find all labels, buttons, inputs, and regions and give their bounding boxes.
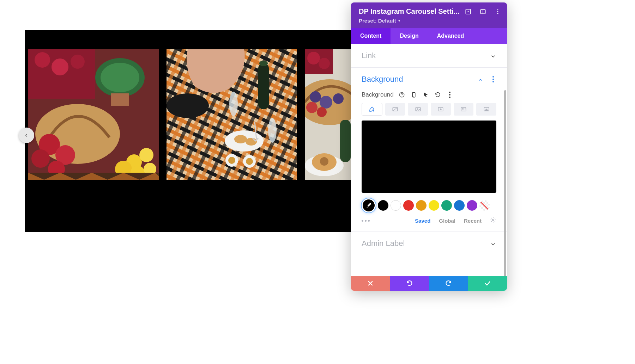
expand-icon[interactable] (465, 8, 472, 15)
svg-point-28 (268, 118, 277, 143)
svg-point-26 (259, 61, 268, 66)
svg-point-2 (35, 52, 50, 68)
color-swatch[interactable] (441, 200, 452, 211)
palette-tab-saved[interactable]: Saved (415, 218, 430, 224)
tab-advanced[interactable]: Advanced (428, 28, 473, 44)
background-type-tabs (362, 103, 496, 116)
svg-point-58 (401, 96, 402, 97)
no-color-swatch[interactable] (479, 200, 490, 211)
background-field-label: Background (362, 91, 394, 98)
settings-panel: DP Instagram Carousel Setti... Preset: D… (351, 2, 507, 291)
tab-content[interactable]: Content (351, 28, 391, 44)
reset-icon[interactable] (434, 91, 442, 99)
color-swatch[interactable] (391, 200, 401, 211)
svg-point-4 (71, 55, 85, 69)
svg-point-42 (320, 96, 332, 109)
section-background[interactable]: Background (351, 68, 507, 91)
svg-point-55 (497, 11, 498, 12)
svg-point-74 (492, 219, 494, 221)
bg-type-mask[interactable] (476, 103, 496, 116)
carousel-slide[interactable] (28, 49, 159, 180)
section-more-icon[interactable] (490, 76, 496, 82)
section-admin-label-label: Admin Label (362, 239, 405, 248)
cancel-button[interactable] (351, 276, 390, 291)
svg-point-43 (333, 93, 344, 104)
color-swatch[interactable] (429, 200, 439, 211)
chevron-up-icon (477, 76, 484, 82)
svg-point-14 (139, 148, 153, 162)
palette-tab-global[interactable]: Global (439, 218, 455, 224)
help-icon[interactable] (398, 91, 406, 99)
svg-point-45 (317, 107, 327, 117)
bg-type-gradient[interactable] (385, 103, 405, 116)
background-label-row: Background (362, 91, 496, 99)
color-swatch[interactable] (378, 200, 388, 211)
color-swatch[interactable] (454, 200, 465, 211)
svg-point-41 (310, 91, 321, 103)
panel-header: DP Instagram Carousel Setti... Preset: D… (351, 2, 507, 28)
carousel-prev-button[interactable] (19, 128, 34, 143)
svg-point-60 (413, 96, 414, 97)
carousel-slides (28, 49, 351, 180)
responsive-icon[interactable] (410, 91, 418, 99)
bg-type-video[interactable] (431, 103, 451, 116)
svg-point-44 (306, 102, 318, 113)
preset-line[interactable]: Preset: Default ▼ (359, 18, 499, 24)
panel-title: DP Instagram Carousel Setti... (359, 7, 468, 16)
header-icons (465, 8, 501, 15)
hover-icon[interactable] (422, 91, 430, 99)
background-color-preview[interactable] (362, 121, 496, 193)
svg-point-31 (246, 138, 257, 146)
panel-tabs: Content Design Advanced (351, 28, 507, 44)
svg-point-3 (52, 58, 68, 75)
svg-point-56 (497, 13, 498, 14)
section-background-label: Background (362, 75, 403, 84)
svg-point-69 (465, 108, 466, 109)
palette-more-icon[interactable] (362, 220, 370, 222)
snap-icon[interactable] (479, 8, 486, 15)
section-link[interactable]: Link (351, 44, 507, 67)
bg-type-image[interactable] (408, 103, 428, 116)
redo-button[interactable] (429, 276, 468, 291)
preset-value: Default (378, 18, 396, 24)
carousel-slide[interactable] (305, 49, 351, 180)
bg-type-pattern[interactable] (454, 103, 474, 116)
svg-point-70 (462, 110, 463, 110)
svg-point-51 (468, 11, 469, 12)
color-swatch[interactable] (416, 200, 427, 211)
chevron-down-icon (490, 240, 496, 247)
chevron-down-icon (490, 53, 496, 59)
panel-body: Link Background Background (351, 44, 507, 276)
section-admin-label[interactable]: Admin Label (351, 232, 507, 255)
field-more-icon[interactable] (446, 91, 454, 99)
color-swatch[interactable] (467, 200, 477, 211)
palette-settings-icon[interactable] (490, 217, 496, 224)
svg-point-72 (465, 110, 466, 110)
palette-tab-recent[interactable]: Recent (464, 218, 482, 224)
svg-point-30 (234, 135, 247, 143)
svg-rect-7 (111, 93, 129, 106)
svg-point-54 (497, 9, 498, 10)
svg-point-33 (228, 157, 235, 164)
color-swatch[interactable] (403, 200, 414, 211)
palette-footer: Saved Global Recent (362, 215, 496, 224)
svg-point-61 (373, 110, 374, 111)
svg-point-68 (464, 108, 464, 109)
svg-point-39 (319, 58, 330, 69)
svg-point-71 (464, 110, 464, 110)
eyedropper-swatch[interactable] (362, 198, 376, 212)
tab-design[interactable]: Design (391, 28, 428, 44)
scrollbar[interactable] (504, 90, 506, 276)
undo-button[interactable] (390, 276, 429, 291)
svg-point-67 (462, 108, 463, 109)
svg-point-35 (246, 158, 253, 165)
more-menu-icon[interactable] (494, 8, 501, 15)
panel-footer (351, 276, 507, 291)
save-button[interactable] (468, 276, 507, 291)
carousel-preview (25, 30, 351, 232)
svg-point-49 (320, 157, 328, 166)
carousel-slide[interactable] (167, 49, 297, 180)
svg-rect-46 (340, 120, 351, 162)
bg-type-color[interactable] (362, 103, 382, 116)
section-link-label: Link (362, 51, 376, 60)
